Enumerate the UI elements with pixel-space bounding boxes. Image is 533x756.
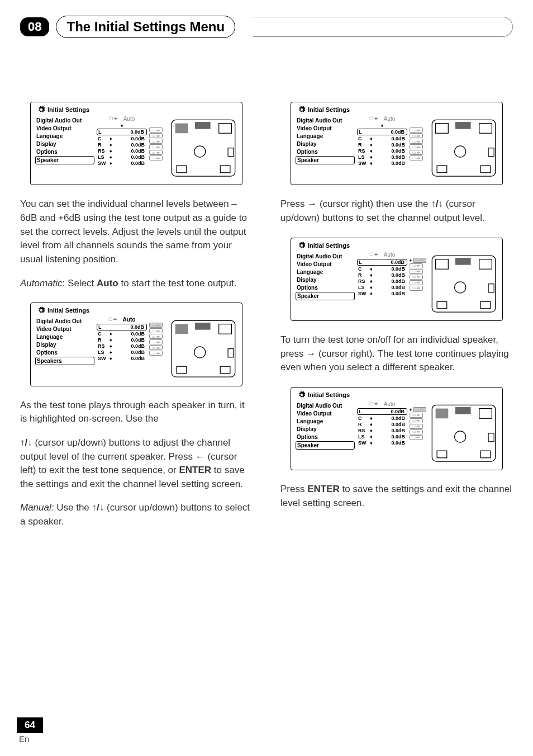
- gear-icon: [298, 242, 306, 249]
- right-column: Initial Settings Digital Audio Out Video…: [280, 100, 513, 529]
- svg-rect-3: [219, 124, 232, 134]
- svg-rect-29: [437, 301, 447, 309]
- language-code: En: [19, 734, 43, 744]
- right-arrow-icon: →: [306, 348, 316, 359]
- menu-item: Options: [35, 148, 94, 155]
- menu-item: Video Output: [35, 125, 94, 132]
- svg-rect-5: [177, 166, 187, 173]
- svg-rect-21: [437, 166, 447, 173]
- room-diagram: [429, 252, 499, 316]
- settings-panel: Initial Settings Digital Audio Out Video…: [291, 238, 503, 321]
- svg-rect-17: [436, 124, 449, 134]
- page-header: 08 The Initial Settings Menu: [20, 16, 513, 38]
- svg-rect-25: [436, 259, 449, 269]
- speaker-mini-icon: ▭◂▸: [149, 133, 163, 138]
- svg-rect-35: [479, 409, 492, 419]
- paragraph: You can set the individual channel level…: [20, 197, 253, 266]
- room-diagram: [168, 116, 239, 180]
- panel-title: Initial Settings: [47, 106, 89, 113]
- paragraph: To turn the test tone on/off for an indi…: [280, 333, 513, 375]
- room-diagram: [429, 401, 499, 465]
- up-arrow-icon: ↑: [20, 437, 25, 448]
- svg-rect-6: [220, 166, 230, 173]
- speaker-icons: ▭◂▸ ▭◂▸ ▭◂▸ ▭◂▸ ▭◂▸ ▭◂▸: [147, 116, 168, 180]
- svg-rect-9: [175, 324, 188, 334]
- paragraph: As the test tone plays through each spea…: [20, 399, 253, 426]
- settings-panel: Initial Settings Digital Audio Out Video…: [30, 102, 242, 185]
- gear-icon: [298, 106, 306, 114]
- svg-rect-23: [488, 148, 494, 157]
- svg-rect-33: [436, 409, 449, 419]
- speaker-mini-icon: ▭◂▸: [149, 127, 163, 133]
- paragraph: Manual: Use the ↑/↓ (cursor up/down) but…: [20, 501, 253, 528]
- paragraph: Press → (cursor right) then use the ↑/↓ …: [280, 197, 513, 225]
- panel-title: Initial Settings: [47, 307, 89, 314]
- svg-rect-11: [219, 324, 232, 334]
- down-arrow-icon: ↓: [439, 199, 444, 209]
- page-title: The Initial Settings Menu: [66, 19, 225, 35]
- svg-rect-34: [455, 407, 471, 414]
- down-arrow-icon: ↓: [99, 502, 104, 513]
- settings-panel: Initial Settings Digital Audio Out Video…: [30, 303, 242, 386]
- left-arrow-icon: ←: [196, 451, 205, 462]
- svg-rect-38: [480, 451, 491, 458]
- svg-point-28: [455, 282, 466, 293]
- page-number: 64: [17, 717, 43, 733]
- speaker-mini-icon: ▭◂▸: [149, 155, 163, 160]
- svg-rect-15: [228, 349, 234, 357]
- svg-rect-18: [455, 122, 471, 129]
- svg-rect-10: [195, 323, 211, 330]
- svg-point-12: [194, 347, 206, 358]
- settings-menu: Digital Audio Out Video Output Language …: [34, 116, 97, 180]
- svg-rect-19: [479, 124, 492, 134]
- svg-rect-13: [177, 366, 187, 374]
- paragraph: ↑/↓ (cursor up/down) buttons to adjust t…: [20, 436, 253, 492]
- svg-rect-14: [220, 366, 230, 374]
- svg-rect-22: [480, 166, 491, 173]
- room-diagram: [168, 316, 239, 381]
- up-arrow-icon: ↑: [92, 502, 97, 513]
- menu-item: Display: [35, 140, 94, 148]
- room-diagram: [429, 116, 499, 180]
- svg-rect-26: [455, 258, 471, 265]
- auto-label: Auto: [123, 116, 135, 122]
- menu-item-selected: Speaker: [35, 156, 94, 164]
- svg-point-20: [455, 146, 466, 157]
- channel-values: ▢◂▸Auto ♠ L0.0dB C♦0.0dB R♦0.0dB RS♦0.0d…: [97, 116, 147, 180]
- svg-rect-39: [488, 433, 494, 442]
- down-arrow-icon: ↓: [27, 437, 32, 448]
- gear-icon: [37, 306, 45, 314]
- svg-rect-7: [228, 148, 234, 157]
- speaker-mini-icon: ▭◂▸: [149, 150, 163, 155]
- svg-point-4: [194, 146, 206, 157]
- svg-rect-27: [479, 259, 492, 269]
- settings-panel: Initial Settings Digital Audio Out Video…: [291, 387, 503, 470]
- svg-point-36: [455, 431, 466, 442]
- page-footer: 64 En: [17, 717, 43, 744]
- menu-item: Language: [35, 133, 94, 140]
- up-arrow-icon: ↑: [431, 199, 436, 209]
- svg-rect-2: [195, 122, 211, 129]
- gear-icon: [298, 391, 306, 399]
- title-pill: The Initial Settings Menu: [56, 16, 235, 38]
- menu-item: Digital Audio Out: [35, 117, 94, 124]
- left-column: Initial Settings Digital Audio Out Video…: [20, 100, 253, 529]
- speaker-mini-icon: ▭◂▸: [149, 144, 163, 149]
- svg-rect-1: [175, 124, 188, 134]
- paragraph: Press ENTER to save the settings and exi…: [280, 483, 513, 510]
- speaker-mini-icon: ▭◂▸: [149, 323, 163, 328]
- right-arrow-icon: →: [307, 199, 317, 209]
- gear-icon: [37, 106, 45, 114]
- svg-rect-30: [480, 301, 491, 309]
- svg-rect-31: [488, 284, 494, 292]
- speaker-mini-icon: ▭◂▸: [149, 139, 163, 144]
- svg-rect-37: [437, 451, 447, 458]
- header-decoration: [253, 17, 513, 37]
- paragraph: Automatic: Select Auto to start the test…: [20, 277, 253, 291]
- settings-panel: Initial Settings Digital Audio Out Video…: [291, 102, 503, 185]
- chapter-badge: 08: [20, 17, 49, 36]
